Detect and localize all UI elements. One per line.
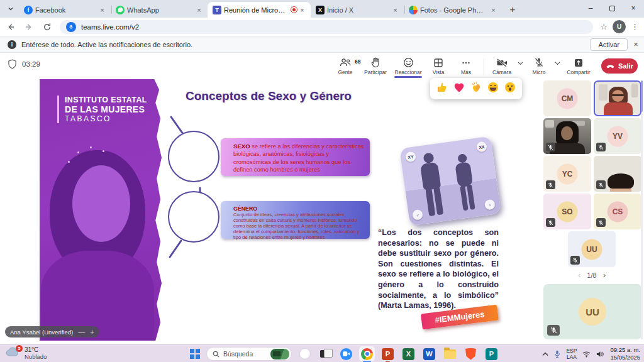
copilot-icon[interactable] [297,346,313,361]
reaction-thumbs-up-icon[interactable] [436,81,448,96]
participant-tile[interactable]: YC [543,156,591,192]
quote-text: “Los dos conceptos son necesarios: no se… [378,228,499,311]
leave-meeting-button[interactable]: Salir [601,58,638,74]
zoom-out-button[interactable]: — [78,328,85,336]
weather-widget[interactable]: 5 31°C Nublado [5,346,47,360]
facebook-icon: f [24,6,33,14]
tab-x-inicio[interactable]: X Inicio / X × [311,2,404,18]
bookmark-star-icon[interactable]: ☆ [600,22,608,31]
tab-teams-meeting[interactable]: T Reunión de Microsoft Team × [208,2,311,18]
reload-button[interactable] [40,19,55,35]
male-symbol-badge: ♂ [412,209,423,221]
meeting-controls: 68 Gente Participar Reaccionar [331,54,638,75]
reaction-clap-icon[interactable] [470,81,482,96]
raise-hand-button[interactable]: Participar [359,54,392,75]
participant-initials: YC [557,163,578,184]
participant-tile[interactable]: CS [594,194,641,229]
new-tab-button[interactable]: + [506,2,519,16]
more-options-button[interactable]: Más [452,54,480,75]
address-bar[interactable]: teams.live.com/v2 [60,20,593,34]
wifi-icon[interactable] [582,351,591,358]
brave-icon[interactable] [463,346,479,361]
tray-mic-icon[interactable] [554,350,560,358]
reaction-heart-icon[interactable] [453,81,465,96]
info-icon: i [8,40,16,49]
close-icon[interactable]: × [489,5,498,14]
participant-tile-active-speaker[interactable] [594,80,641,116]
panel-scrollbar[interactable] [641,80,643,112]
share-button[interactable]: Compartir [562,54,595,75]
hang-up-icon [606,63,615,69]
mic-muted-icon [547,325,560,336]
excel-icon[interactable]: X [401,346,416,361]
close-icon[interactable]: × [97,5,107,14]
clock[interactable]: 09:25 a. m. 15/05/2025 [610,346,640,361]
zoom-in-button[interactable]: + [90,328,94,336]
mic-permission-icon[interactable] [66,22,76,32]
presenter-name: Ana Ysabel (Unverified) [10,329,73,336]
publisher-icon[interactable]: P [484,346,499,361]
react-button[interactable]: Reaccionar [392,54,425,75]
reaction-surprised-icon[interactable] [504,81,516,96]
participant-tile[interactable] [543,118,591,154]
file-explorer-icon[interactable] [442,346,458,361]
x-icon: X [316,6,325,14]
minimize-button[interactable]: – [580,0,601,16]
camera-button[interactable]: Cámara [488,54,516,75]
participant-initials: SO [557,201,578,222]
participant-video [595,82,640,115]
girl-photo [40,139,163,341]
close-icon[interactable]: × [194,5,204,14]
speaker-icon[interactable] [596,351,604,358]
close-icon[interactable]: × [391,5,400,14]
people-icon: 68 [340,57,351,68]
maximize-button[interactable] [601,0,623,16]
participant-tile[interactable] [594,156,641,192]
people-button[interactable]: 68 Gente [331,54,359,75]
camera-options-chevron[interactable] [516,54,525,65]
reaction-laugh-icon[interactable] [487,81,499,96]
tab-title: Inicio / X [327,6,388,14]
tab-google-photos[interactable]: Fotos - Google Photos × [404,2,502,18]
self-video-tile[interactable]: UU [543,284,641,339]
powerpoint-icon[interactable]: P [380,346,396,361]
chrome-icon[interactable] [359,346,375,361]
language-indicator[interactable]: ESP LAA [566,348,577,360]
participant-tile[interactable]: CM [543,80,591,116]
sexo-term: SEXO [233,143,250,150]
participant-tile[interactable]: YV [594,118,641,154]
browser-menu-icon[interactable]: ⋮ [631,22,639,31]
browser-tab-strip: f Facebook × WhatsApp × T Reunión de Mic… [0,0,644,18]
close-window-button[interactable]: × [623,0,644,16]
search-box[interactable]: Búsqueda [206,347,292,361]
tab-facebook[interactable]: f Facebook × [19,2,111,18]
url-text: teams.live.com/v2 [81,23,139,31]
dismiss-notification-icon[interactable]: × [628,40,644,49]
participant-initials: CM [557,88,578,109]
zoom-app-icon[interactable] [338,346,354,361]
tab-search-chevron-icon[interactable] [4,2,18,16]
back-button[interactable] [3,19,18,35]
word-icon[interactable]: W [421,346,437,361]
view-button[interactable]: Vista [425,54,452,75]
start-button[interactable] [190,349,200,359]
weather-condition: Nublado [25,354,47,361]
mic-button[interactable]: Micro [525,54,553,75]
activate-notifications-button[interactable]: Activar [590,38,628,51]
meeting-timer: 03:29 [8,59,40,69]
next-page-chevron[interactable]: › [603,270,606,280]
close-icon[interactable]: × [297,5,307,14]
previous-page-chevron[interactable]: ‹ [578,270,580,280]
tab-whatsapp[interactable]: WhatsApp × [111,2,208,18]
mic-muted-icon [596,143,606,151]
toolbar-divider [484,59,484,75]
participant-tile[interactable]: SO [543,194,591,229]
task-view-icon[interactable] [318,346,333,361]
tray-chevron-icon[interactable] [542,352,548,356]
sexo-text: se refiere a las diferencias y caracterí… [233,143,364,173]
forward-button[interactable] [21,19,36,35]
profile-avatar[interactable]: U [613,20,626,33]
chromosome-xx-badge: XX [476,141,487,152]
mic-options-chevron[interactable] [553,54,562,65]
participant-tile[interactable]: UU [568,231,616,267]
